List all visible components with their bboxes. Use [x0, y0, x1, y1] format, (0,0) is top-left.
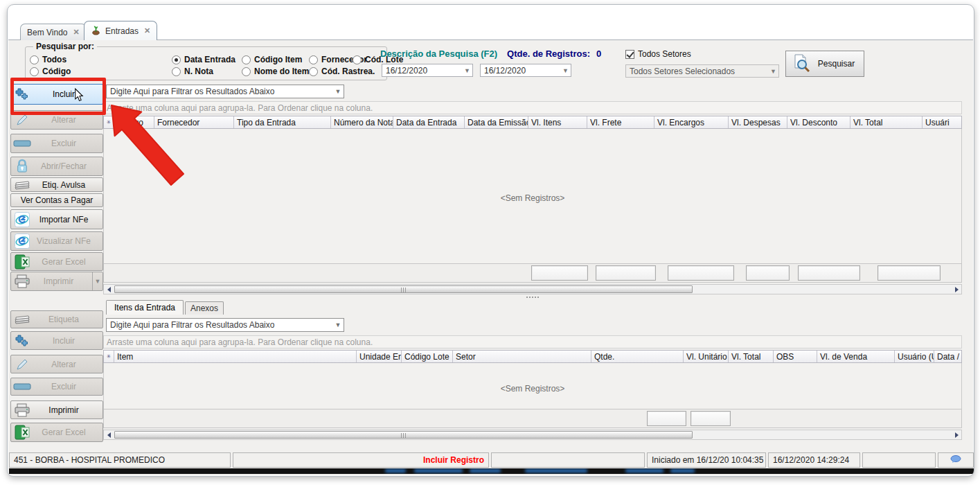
column-header-vl-unitario[interactable]: Vl. Unitário — [684, 351, 729, 362]
tab-entradas[interactable]: Entradas ✕ — [84, 21, 157, 40]
speech-bubble-icon[interactable] — [950, 455, 961, 466]
scrollbar-thumb[interactable] — [114, 285, 693, 293]
sidebar-gerar-excel-button[interactable]: Gerar Excel — [10, 252, 103, 271]
empty-records-text: <Sem Registros> — [104, 193, 961, 203]
column-header-vl-de-venda[interactable]: Vl. de Venda — [817, 351, 895, 362]
items-gerar-excel-button[interactable]: Gerar Excel — [10, 423, 103, 442]
radio-cod-rastrea[interactable]: Cód. Rastrea. — [309, 67, 375, 76]
dropdown-arrow-icon: ▼ — [332, 321, 344, 328]
grid-splitter[interactable] — [103, 295, 962, 299]
date-from-picker[interactable]: 16/12/2020 ▼ — [382, 64, 473, 77]
summary-box — [798, 265, 860, 281]
radio-nome-do-item[interactable]: Nome do Item — [242, 67, 309, 76]
status-chat-panel — [938, 452, 974, 468]
items-filter-combo[interactable]: Digite Aqui para Filtrar os Resultados A… — [106, 318, 344, 332]
column-header-vl-encargos[interactable]: Vl. Encargos — [654, 116, 729, 128]
pesquisar-button[interactable]: Pesquisar — [785, 51, 864, 77]
excluir-bar-icon — [11, 383, 33, 390]
todos-setores-checkbox[interactable]: Todos Setores — [625, 49, 691, 59]
entries-grid-header: ✳ Código Fornecedor Tipo da Entrada Núme… — [103, 116, 962, 129]
items-horizontal-scrollbar[interactable] — [103, 430, 962, 440]
items-imprimir-button[interactable]: Imprimir — [10, 400, 103, 419]
scroll-right-icon[interactable] — [952, 285, 961, 294]
taskbar-strip — [9, 468, 974, 474]
items-grid-body: <Sem Registros> — [103, 363, 962, 409]
nfe-icon — [11, 212, 33, 227]
annotation-highlight-box — [10, 78, 106, 115]
radio-circle-icon — [353, 55, 362, 64]
column-header-tipo-entrada[interactable]: Tipo da Entrada — [234, 116, 331, 128]
entries-groupby-bar[interactable]: Arraste uma coluna aqui para agrupa-la. … — [103, 101, 962, 114]
sidebar-etiq-avulsa-button[interactable]: Etiq. Avulsa — [10, 177, 103, 192]
column-header-codigo[interactable]: Código — [114, 116, 154, 128]
status-clock: 16/12/2020 14:29:24 — [768, 452, 860, 468]
column-header-vl-total[interactable]: Vl. Total — [729, 351, 774, 362]
items-groupby-bar[interactable]: Arraste uma coluna aqui para agrupa-la. … — [103, 335, 962, 349]
items-excluir-button[interactable]: Excluir — [10, 378, 103, 396]
column-header-vl-itens[interactable]: Vl. Itens — [528, 116, 587, 128]
radio-data-entrada[interactable]: Data Entrada — [172, 55, 235, 64]
summary-box — [596, 265, 656, 281]
summary-box — [647, 411, 686, 426]
records-count-label: Qtde. de Registros: — [507, 48, 590, 59]
column-header-obs[interactable]: OBS — [774, 351, 817, 362]
items-incluir-button[interactable]: Incluir — [10, 331, 103, 350]
tab-anexos[interactable]: Anexos — [185, 301, 224, 315]
items-alterar-button[interactable]: Alterar — [10, 355, 103, 373]
radio-selected-icon — [172, 55, 181, 64]
sidebar-importar-nfe-button[interactable]: Importar NFe — [10, 209, 103, 229]
close-icon[interactable]: ✕ — [144, 26, 150, 35]
column-header-vl-frete[interactable]: Vl. Frete — [587, 116, 654, 128]
empty-records-text: <Sem Registros> — [104, 384, 961, 394]
column-header-vl-desconto[interactable]: Vl. Desconto — [787, 116, 850, 128]
sidebar-ver-contas-button[interactable]: Ver Contas a Pagar — [10, 193, 103, 207]
column-header-data-emissao[interactable]: Data da Emissão d — [465, 116, 528, 128]
labels-stack-icon — [11, 180, 33, 190]
lock-icon — [11, 159, 33, 174]
scroll-left-icon[interactable] — [104, 430, 114, 439]
setores-select[interactable]: Todos Setores Selecionados ▼ — [625, 64, 779, 78]
radio-circle-icon — [309, 55, 318, 64]
tab-label: Bem Vindo — [27, 28, 67, 37]
column-header-item[interactable]: Item — [114, 351, 357, 362]
app-window: Bem Vindo ✕ Entradas ✕ Pesquisar por: To… — [7, 4, 974, 477]
entries-filter-combo[interactable]: Digite Aqui para Filtrar os Resultados A… — [106, 85, 344, 98]
radio-circle-icon — [30, 55, 39, 64]
excel-icon — [11, 425, 33, 440]
radio-todos[interactable]: Todos — [30, 55, 66, 64]
column-header-data-hora-ult[interactable]: Data / Hora (Últ. — [934, 351, 962, 362]
column-header-numero-nota[interactable]: Número da Nota — [331, 116, 393, 128]
tab-bem-vindo[interactable]: Bem Vindo ✕ — [20, 24, 87, 40]
scroll-right-icon[interactable] — [952, 430, 961, 439]
items-etiqueta-button[interactable]: Etiqueta — [10, 310, 103, 328]
column-header-setor[interactable]: Setor — [453, 351, 591, 362]
summary-box — [877, 265, 941, 281]
column-header-unidade[interactable]: Unidade Er — [357, 351, 402, 362]
imprimir-dropdown-arrow-icon[interactable]: ▼ — [92, 272, 103, 290]
close-icon[interactable]: ✕ — [73, 28, 79, 37]
status-empty-panel — [862, 452, 936, 468]
column-header-vl-despesas[interactable]: Vl. Despesas — [729, 116, 787, 128]
row-indicator-header: ✳ — [104, 116, 114, 128]
scroll-left-icon[interactable] — [104, 285, 114, 294]
radio-codigo-item[interactable]: Código Item — [242, 55, 302, 64]
scrollbar-thumb[interactable] — [114, 431, 693, 439]
sidebar-abrir-fechar-button[interactable]: Abrir/Fechar — [10, 157, 103, 176]
column-header-vl-total[interactable]: Vl. Total — [850, 116, 923, 128]
column-header-qtde[interactable]: Qtde. — [591, 351, 684, 362]
entries-horizontal-scrollbar[interactable] — [103, 284, 962, 294]
sidebar-imprimir-button[interactable]: Imprimir ▼ — [10, 272, 103, 291]
sidebar-excluir-button[interactable]: Excluir — [10, 134, 103, 153]
radio-codigo[interactable]: Código — [30, 67, 71, 76]
pencil-icon — [11, 113, 33, 127]
column-header-fornecedor[interactable]: Fornecedor — [154, 116, 234, 128]
column-header-usuario[interactable]: Usuári — [923, 116, 962, 128]
sidebar-vizualizar-nfe-button[interactable]: Vizualizar NFe — [10, 231, 103, 251]
column-header-usuario-ult[interactable]: Usuário (Últ — [895, 351, 934, 362]
column-header-data-entrada[interactable]: Data da Entrada — [393, 116, 465, 128]
tab-itens-da-entrada[interactable]: Itens da Entrada — [106, 300, 184, 315]
radio-n-nota[interactable]: N. Nota — [172, 67, 213, 76]
records-count-value: 0 — [596, 48, 601, 59]
column-header-codigo-lote[interactable]: Código Lote — [402, 351, 453, 362]
date-to-picker[interactable]: 16/12/2020 ▼ — [480, 64, 571, 77]
